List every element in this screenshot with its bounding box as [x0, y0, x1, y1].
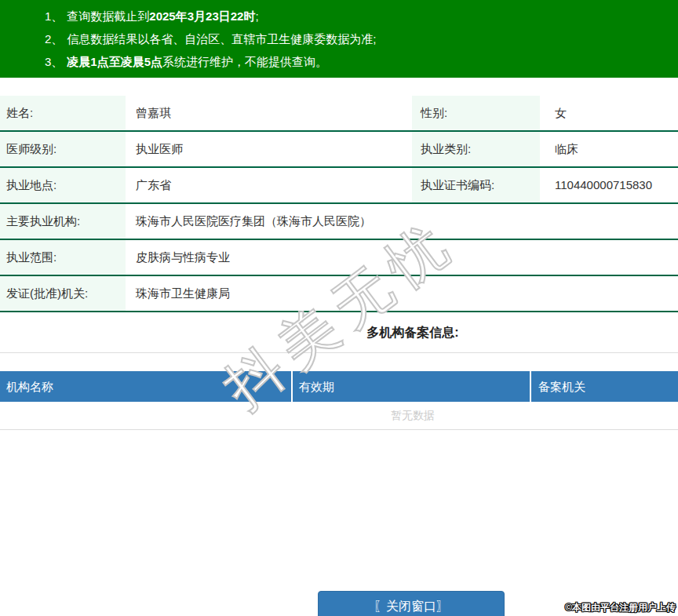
scope-label: 执业范围: — [0, 240, 126, 275]
gender-value: 女 — [540, 96, 678, 130]
copyright-stamp: ©本图由平台注册用户上传 — [565, 601, 676, 614]
table-row: 发证(批准)机关: 珠海市卫生健康局 — [0, 276, 678, 312]
notice-text: ; — [255, 9, 258, 23]
issuer-label: 发证(批准)机关: — [0, 276, 126, 311]
notice-line: 2、信息数据结果以各省、自治区、直辖市卫生健康委数据为准; — [0, 27, 678, 50]
cert-number-value: 110440000715830 — [540, 168, 678, 202]
close-window-button[interactable]: 〖关闭窗口〗 — [318, 591, 505, 616]
notice-number: 1、 — [45, 9, 63, 23]
level-label: 医师级别: — [0, 132, 126, 166]
notice-number: 2、 — [45, 32, 63, 46]
doctor-info-table: 姓名: 曾嘉琪 性别: 女 医师级别: 执业医师 执业类别: 临床 执业地点: … — [0, 96, 678, 312]
notice-text: 信息数据结果以各省、自治区、直辖市卫生健康委数据为准; — [67, 32, 376, 46]
main-org-label: 主要执业机构: — [0, 204, 126, 239]
column-header-org-name: 机构名称 — [0, 371, 291, 402]
notice-line: 1、查询数据截止到2025年3月23日22时; — [0, 5, 678, 27]
location-value: 广东省 — [126, 168, 412, 202]
notice-text-bold: 2025年3月23日22时 — [149, 9, 255, 23]
multi-org-section-title: 多机构备案信息: — [0, 312, 678, 353]
main-org-value: 珠海市人民医院医疗集团（珠海市人民医院） — [126, 204, 678, 239]
issuer-value: 珠海市卫生健康局 — [126, 276, 678, 311]
category-value: 临床 — [540, 132, 678, 166]
table-row: 执业地点: 广东省 执业证书编码: 110440000715830 — [0, 168, 678, 204]
location-label: 执业地点: — [0, 168, 126, 202]
table-row: 姓名: 曾嘉琪 性别: 女 — [0, 96, 678, 132]
table-row: 主要执业机构: 珠海市人民医院医疗集团（珠海市人民医院） — [0, 204, 678, 240]
level-value: 执业医师 — [126, 132, 412, 166]
category-label: 执业类别: — [412, 132, 540, 166]
name-value: 曾嘉琪 — [126, 96, 412, 130]
empty-data-row: 暂无数据 — [0, 402, 678, 430]
notice-text: 系统进行维护，不能提供查询。 — [162, 55, 327, 68]
notice-banner: 1、查询数据截止到2025年3月23日22时; 2、信息数据结果以各省、自治区、… — [0, 0, 678, 78]
table-row: 医师级别: 执业医师 执业类别: 临床 — [0, 132, 678, 168]
multi-org-table-header: 机构名称 有效期 备案机关 — [0, 371, 678, 402]
notice-line: 3、凌晨1点至凌晨5点系统进行维护，不能提供查询。 — [0, 50, 678, 73]
notice-number: 3、 — [45, 55, 63, 68]
cert-number-label: 执业证书编码: — [412, 168, 540, 202]
notice-text-bold: 凌晨1点至凌晨5点 — [67, 55, 162, 68]
gender-label: 性别: — [412, 96, 540, 130]
column-header-record-authority: 备案机关 — [530, 371, 678, 402]
name-label: 姓名: — [0, 96, 126, 130]
notice-text: 查询数据截止到 — [67, 9, 149, 23]
column-header-validity: 有效期 — [291, 371, 530, 402]
scope-value: 皮肤病与性病专业 — [126, 240, 678, 275]
table-row: 执业范围: 皮肤病与性病专业 — [0, 240, 678, 276]
